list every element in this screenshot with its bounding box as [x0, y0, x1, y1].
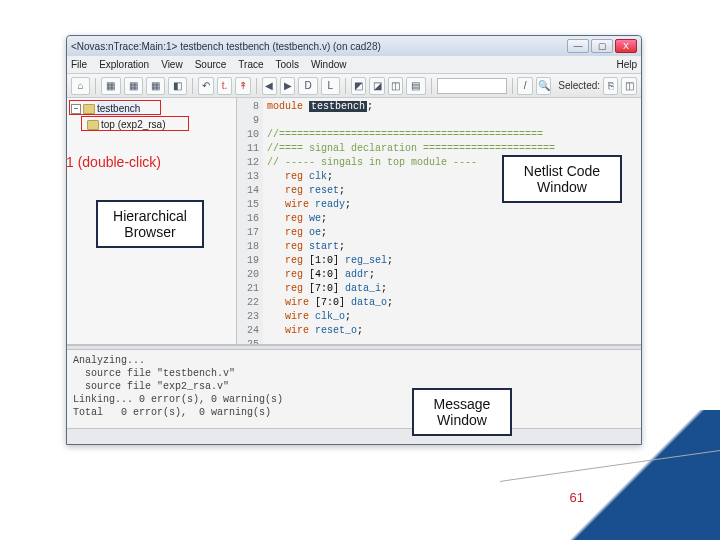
- selected-label: Selected:: [558, 80, 600, 91]
- toolbar-grid3-icon[interactable]: ▦: [146, 77, 165, 95]
- toolbar-separator: [192, 78, 193, 94]
- annotation-message: Message Window: [412, 388, 512, 436]
- search-input[interactable]: [437, 78, 507, 94]
- toolbar-separator: [345, 78, 346, 94]
- title-bar[interactable]: <Novas:nTrace:Main:1> testbench testbenc…: [67, 36, 641, 56]
- minimize-button[interactable]: —: [567, 39, 589, 53]
- toolbar-trace-up-icon[interactable]: ↟: [235, 77, 250, 95]
- menu-window[interactable]: Window: [311, 59, 347, 70]
- window-title: <Novas:nTrace:Main:1> testbench testbenc…: [71, 41, 567, 52]
- annotation-hierarchical: Hierarchical Browser: [96, 200, 204, 248]
- tree-label-root: testbench: [97, 102, 140, 116]
- toolbar-separator: [512, 78, 513, 94]
- code-pane[interactable]: 8910111213141516171819202122232425 modul…: [237, 98, 641, 344]
- status-bar: [67, 428, 641, 444]
- tree-label-child: top (exp2_rsa): [101, 118, 165, 132]
- toolbar-trace-t-icon[interactable]: t.: [217, 77, 232, 95]
- menu-tools[interactable]: Tools: [276, 59, 299, 70]
- menu-view[interactable]: View: [161, 59, 183, 70]
- toolbar: ⌂ ▦ ▦ ▦ ◧ ↶ t. ↟ ◀ ▶ D L ◩ ◪ ◫ ▤ / 🔍 Sel…: [67, 74, 641, 98]
- toolbar-d-icon[interactable]: D: [298, 77, 317, 95]
- expand-icon[interactable]: −: [71, 104, 81, 114]
- menu-bar: File Exploration View Source Trace Tools…: [67, 56, 641, 74]
- page-number: 61: [570, 490, 584, 505]
- line-number-gutter: 8910111213141516171819202122232425: [237, 98, 263, 344]
- toolbar-c1-icon[interactable]: ◩: [351, 77, 366, 95]
- menu-file[interactable]: File: [71, 59, 87, 70]
- toolbar-grid2-icon[interactable]: ▦: [124, 77, 143, 95]
- toolbar-separator: [95, 78, 96, 94]
- toolbar-sel2-icon[interactable]: ◫: [621, 77, 636, 95]
- tree-row-child[interactable]: top (exp2_rsa): [87, 118, 232, 132]
- maximize-button[interactable]: ▢: [591, 39, 613, 53]
- toolbar-home-icon[interactable]: ⌂: [71, 77, 90, 95]
- close-button[interactable]: X: [615, 39, 637, 53]
- annotation-double-click: 1 (double-click): [66, 154, 161, 170]
- menu-exploration[interactable]: Exploration: [99, 59, 149, 70]
- code-text[interactable]: module testbench; //====================…: [263, 98, 641, 344]
- message-console[interactable]: Analyzing... source file "testbench.v" s…: [67, 350, 641, 428]
- toolbar-separator: [431, 78, 432, 94]
- annotation-netlist: Netlist Code Window: [502, 155, 622, 203]
- toolbar-c2-icon[interactable]: ◪: [369, 77, 384, 95]
- tree-row-root[interactable]: − testbench: [71, 102, 232, 116]
- toolbar-doc-icon[interactable]: ▤: [406, 77, 425, 95]
- toolbar-back-icon[interactable]: ↶: [198, 77, 213, 95]
- module-icon: [87, 120, 99, 130]
- toolbar-find-icon[interactable]: /: [517, 77, 532, 95]
- toolbar-search-icon[interactable]: 🔍: [536, 77, 551, 95]
- module-icon: [83, 104, 95, 114]
- toolbar-grid1-icon[interactable]: ▦: [101, 77, 120, 95]
- menu-help[interactable]: Help: [616, 59, 637, 70]
- toolbar-c3-icon[interactable]: ◫: [388, 77, 403, 95]
- toolbar-l-icon[interactable]: L: [321, 77, 340, 95]
- toolbar-next-icon[interactable]: ▶: [280, 77, 295, 95]
- menu-trace[interactable]: Trace: [238, 59, 263, 70]
- toolbar-sel1-icon[interactable]: ⎘: [603, 77, 618, 95]
- toolbar-view-icon[interactable]: ◧: [168, 77, 187, 95]
- toolbar-prev-icon[interactable]: ◀: [262, 77, 277, 95]
- toolbar-separator: [256, 78, 257, 94]
- menu-source[interactable]: Source: [195, 59, 227, 70]
